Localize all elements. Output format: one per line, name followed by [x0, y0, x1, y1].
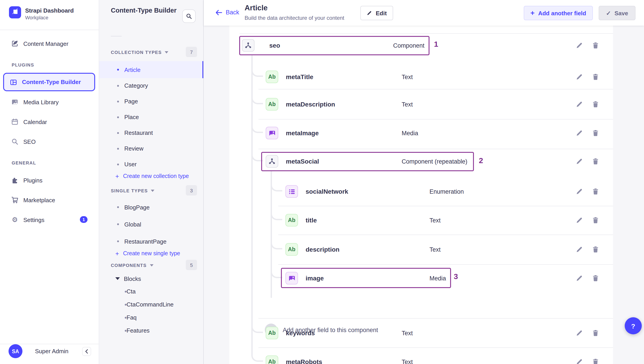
components-header[interactable]: COMPONENTS [111, 260, 153, 271]
edit-field-button[interactable] [576, 329, 583, 337]
bullet-icon [125, 291, 126, 292]
delete-field-button[interactable] [592, 42, 599, 49]
sidebar-item-restaurantpage[interactable]: RestaurantPage [99, 233, 204, 250]
sidebar-item-review[interactable]: Review [99, 141, 204, 156]
field-name: title [306, 210, 317, 230]
avatar: SA [8, 344, 22, 358]
sidebar-item-category[interactable]: Category [99, 78, 204, 93]
item-label: Article [124, 66, 140, 73]
sidebar-item-content-manager[interactable]: Content Manager [0, 36, 99, 51]
item-label: CtaCommandLine [126, 301, 174, 308]
strapi-logo [9, 6, 21, 19]
field-name: metaImage [286, 123, 319, 143]
bullet-icon [117, 240, 119, 242]
back-link[interactable]: Back [216, 9, 239, 16]
collapse-sidebar-button[interactable] [82, 347, 91, 356]
sidebar-item-blogpage[interactable]: BlogPage [99, 199, 204, 216]
sidebar-item-ctacommandline[interactable]: CtaCommandLine [99, 298, 204, 311]
sidebar-item-calendar[interactable]: Calendar [0, 114, 99, 129]
arrow-left-icon [216, 9, 222, 16]
create-single-type-link[interactable]: +Create new single type [99, 248, 204, 259]
field-name: metaRobots [286, 352, 322, 364]
edit-field-button[interactable] [576, 158, 583, 165]
sidebar-item-global[interactable]: Global [99, 216, 204, 233]
edit-field-button[interactable] [576, 275, 583, 282]
bullet-icon [117, 100, 119, 102]
bullet-icon [117, 206, 119, 208]
bullet-icon [117, 223, 119, 225]
sidebar-item-article[interactable]: Article [99, 61, 204, 78]
text-field-icon: Ab [286, 214, 298, 227]
section-label: COLLECTION TYPES [111, 50, 162, 55]
field-type: Text [402, 94, 413, 114]
sidebar-item-restaurant[interactable]: Restaurant [99, 125, 204, 141]
field-row-metaimage: metaImage Media [229, 123, 613, 143]
single-types-header[interactable]: SINGLE TYPES [111, 185, 154, 196]
edit-field-button[interactable] [576, 217, 583, 224]
row-divider [258, 149, 613, 149]
delete-field-button[interactable] [592, 158, 599, 165]
app-title: Strapi Dashboard [25, 7, 74, 14]
delete-field-button[interactable] [592, 329, 599, 337]
help-button[interactable]: ? [625, 317, 642, 334]
component-group-blocks[interactable]: Blocks [99, 272, 204, 285]
delete-field-button[interactable] [592, 129, 599, 137]
sidebar-item-media-library[interactable]: Media Library [0, 94, 99, 110]
item-label: Faq [126, 314, 137, 321]
text-field-icon: Ab [266, 355, 278, 364]
sidebar-item-content-type-builder[interactable]: Content-Type Builder [3, 73, 95, 91]
edit-field-button[interactable] [576, 42, 583, 49]
edit-button[interactable]: Edit [360, 6, 393, 20]
bullet-icon [117, 85, 119, 87]
edit-field-button[interactable] [576, 101, 583, 108]
sidebar-item-cta[interactable]: Cta [99, 285, 204, 298]
delete-field-button[interactable] [592, 188, 599, 195]
save-button[interactable]: ✓ Save [599, 6, 636, 20]
edit-field-button[interactable] [576, 246, 583, 253]
annotation-box-1 [239, 36, 430, 55]
chevron-down-icon [151, 190, 154, 192]
delete-field-button[interactable] [592, 217, 599, 224]
text-field-icon: Ab [266, 327, 278, 339]
sidebar-item-marketplace[interactable]: Marketplace [0, 192, 99, 208]
puzzle-icon [11, 176, 18, 184]
search-button[interactable] [182, 10, 196, 23]
field-type: Media [402, 123, 418, 143]
grid-layout-icon [10, 78, 17, 86]
collection-types-header[interactable]: COLLECTION TYPES [111, 47, 168, 58]
sidebar-item-plugins[interactable]: Plugins [0, 172, 99, 188]
gear-icon: ⚙ [11, 216, 18, 223]
edit-field-button[interactable] [576, 129, 583, 137]
media-field-icon [266, 127, 278, 139]
item-label: Review [124, 145, 144, 152]
sidebar-item-place[interactable]: Place [99, 109, 204, 125]
cart-icon [11, 196, 18, 204]
delete-field-button[interactable] [592, 358, 599, 364]
create-collection-type-link[interactable]: +Create new collection type [99, 171, 204, 181]
field-type: Text [430, 240, 441, 259]
delete-field-button[interactable] [592, 101, 599, 108]
bullet-icon [117, 116, 119, 118]
item-label: Features [126, 327, 150, 334]
text-field-icon: Ab [286, 243, 298, 256]
sidebar-item-seo[interactable]: SEO [0, 134, 99, 149]
edit-field-button[interactable] [576, 358, 583, 364]
edit-field-button[interactable] [576, 188, 583, 195]
delete-field-button[interactable] [592, 275, 599, 282]
field-name: metaDescription [286, 94, 335, 114]
check-icon: ✓ [606, 10, 611, 17]
sidebar-item-page[interactable]: Page [99, 93, 204, 109]
field-row-metarobots: Ab metaRobots Text [229, 352, 613, 364]
field-name: metaTitle [286, 67, 313, 87]
delete-field-button[interactable] [592, 246, 599, 253]
delete-field-button[interactable] [592, 73, 599, 80]
add-another-field-button[interactable]: + Add another field [524, 6, 593, 20]
sidebar-item-user[interactable]: User [99, 156, 204, 172]
sidebar-item-faq[interactable]: Faq [99, 311, 204, 324]
row-divider [258, 318, 613, 319]
app-sidebar: Strapi Dashboard Workplace Content Manag… [0, 0, 99, 364]
sidebar-item-label: Settings [23, 216, 44, 223]
text-field-icon: Ab [266, 98, 278, 111]
edit-field-button[interactable] [576, 73, 583, 80]
sidebar-item-features[interactable]: Features [99, 324, 204, 337]
